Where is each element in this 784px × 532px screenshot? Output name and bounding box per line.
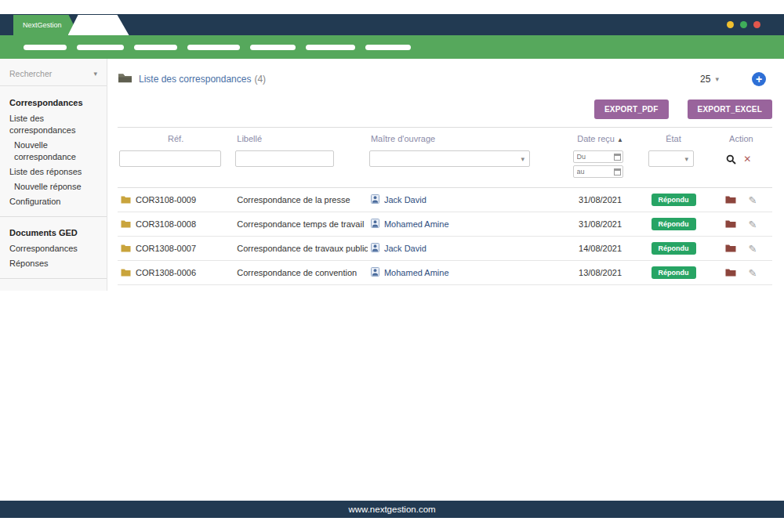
page: NextGestion Rechercher ▾ Correspondances… bbox=[0, 0, 784, 532]
table-row: COR3108-0008 Correspondance temps de tra… bbox=[118, 212, 772, 237]
window-controls bbox=[727, 21, 760, 28]
browser-tabs: NextGestion bbox=[0, 14, 129, 35]
status-badge: Répondu bbox=[652, 266, 696, 279]
minimize-light-icon[interactable] bbox=[727, 21, 734, 28]
date-value: 31/08/2021 bbox=[564, 212, 637, 237]
export-excel-button[interactable]: EXPORT_EXCEL bbox=[688, 100, 772, 119]
chevron-down-icon: ▾ bbox=[521, 155, 524, 163]
nav-menu-item[interactable] bbox=[306, 45, 355, 50]
search-icon[interactable] bbox=[726, 154, 736, 165]
sidebar-search-label: Rechercher bbox=[9, 69, 52, 78]
chevron-down-icon: ▾ bbox=[93, 70, 97, 78]
libelle-value: Correspondance de convention bbox=[234, 261, 368, 285]
sidebar-item-liste-correspondances[interactable]: Liste des correspondances bbox=[0, 111, 107, 138]
column-header-date-label: Date reçu bbox=[577, 134, 615, 143]
column-header-libelle[interactable]: Libellé bbox=[234, 128, 368, 150]
folder-icon bbox=[121, 219, 131, 230]
sidebar-search-select[interactable]: Rechercher ▾ bbox=[0, 67, 107, 86]
user-icon bbox=[371, 219, 379, 230]
column-header-action: Action bbox=[710, 128, 772, 150]
chevron-down-icon: ▾ bbox=[684, 155, 688, 163]
maitre-value[interactable]: Jack David bbox=[384, 244, 426, 253]
edit-pencil-icon[interactable]: ✎ bbox=[748, 194, 757, 206]
inactive-tab[interactable] bbox=[68, 15, 129, 35]
footer: www.nextgestion.com bbox=[0, 501, 784, 518]
sidebar-item-nouvelle-correspondance[interactable]: Nouvelle correspondance bbox=[0, 138, 107, 165]
date-range-filter bbox=[573, 150, 623, 178]
maximize-light-icon[interactable] bbox=[740, 21, 747, 28]
nav-menu-item[interactable] bbox=[134, 45, 177, 50]
sidebar-divider bbox=[0, 278, 107, 279]
folder-icon bbox=[121, 244, 131, 254]
edit-pencil-icon[interactable]: ✎ bbox=[748, 267, 757, 279]
ref-value: COR1308-0007 bbox=[136, 244, 196, 253]
sidebar-item-configuration[interactable]: Configuration bbox=[0, 194, 107, 209]
page-size-value: 25 bbox=[700, 74, 710, 85]
sidebar-item-liste-reponses[interactable]: Liste des réponses bbox=[0, 165, 107, 179]
calendar-icon[interactable] bbox=[614, 154, 621, 161]
libelle-value: Correspondance temps de travail bbox=[234, 212, 368, 237]
close-light-icon[interactable] bbox=[753, 21, 760, 28]
nav-menu-item[interactable] bbox=[250, 45, 296, 50]
table-row: COR3108-0009 Correspondance de la presse… bbox=[118, 188, 772, 212]
open-folder-icon[interactable] bbox=[725, 244, 736, 254]
main-panel: Liste des correspondances (4) 25 ▾ + EXP… bbox=[107, 59, 784, 285]
filter-actions: ✕ bbox=[712, 150, 766, 165]
open-folder-icon[interactable] bbox=[725, 195, 736, 205]
ref-value: COR3108-0008 bbox=[136, 219, 196, 229]
sidebar-item-ged-correspondances[interactable]: Correspondances bbox=[0, 241, 107, 256]
ref-value: COR1308-0006 bbox=[136, 268, 196, 277]
filter-libelle-input[interactable] bbox=[235, 150, 334, 167]
export-pdf-button[interactable]: EXPORT_PDF bbox=[594, 100, 669, 119]
open-folder-icon[interactable] bbox=[725, 219, 736, 230]
libelle-value: Correspondance de travaux public bbox=[234, 237, 368, 261]
column-header-date[interactable]: Date reçu▲ bbox=[564, 128, 637, 150]
filter-etat-select[interactable]: ▾ bbox=[648, 150, 694, 167]
column-header-maitre[interactable]: Maître d'ouvrage bbox=[368, 128, 564, 150]
clear-filters-icon[interactable]: ✕ bbox=[743, 154, 751, 165]
date-value: 31/08/2021 bbox=[564, 188, 637, 212]
nav-menu-item[interactable] bbox=[24, 45, 67, 50]
edit-pencil-icon[interactable]: ✎ bbox=[748, 219, 757, 230]
open-folder-icon[interactable] bbox=[725, 268, 736, 278]
status-badge: Répondu bbox=[652, 218, 696, 230]
filter-row: ▾ bbox=[118, 149, 772, 188]
nav-menu-item[interactable] bbox=[187, 45, 240, 50]
libelle-value: Correspondance de la presse bbox=[234, 188, 368, 212]
status-badge: Répondu bbox=[652, 194, 696, 206]
maitre-value[interactable]: Mohamed Amine bbox=[384, 268, 449, 277]
add-correspondence-button[interactable]: + bbox=[752, 72, 766, 86]
app-name: NextGestion bbox=[23, 21, 62, 29]
export-toolbar: EXPORT_PDF EXPORT_EXCEL bbox=[118, 100, 772, 119]
filter-maitre-select[interactable]: ▾ bbox=[369, 150, 530, 167]
maitre-value[interactable]: Mohamed Amine bbox=[384, 219, 449, 229]
folder-icon bbox=[121, 195, 131, 205]
nav-menu-item[interactable] bbox=[77, 45, 124, 50]
page-size-select[interactable]: 25 ▾ bbox=[700, 74, 719, 85]
date-value: 13/08/2021 bbox=[564, 261, 637, 285]
user-icon bbox=[371, 194, 379, 205]
user-icon bbox=[371, 267, 379, 278]
column-header-ref[interactable]: Réf. bbox=[118, 128, 234, 150]
nav-menu-item[interactable] bbox=[365, 45, 411, 50]
table-header-row: Réf. Libellé Maître d'ouvrage Date reçu▲… bbox=[118, 128, 772, 150]
table-row: COR1308-0007 Correspondance de travaux p… bbox=[118, 237, 772, 261]
date-to-field[interactable] bbox=[573, 165, 623, 178]
maitre-value[interactable]: Jack David bbox=[384, 195, 426, 204]
sidebar-section-documents-ged: Documents GED bbox=[0, 224, 107, 241]
chevron-down-icon: ▾ bbox=[715, 75, 719, 83]
footer-url: www.nextgestion.com bbox=[348, 505, 435, 514]
sidebar-item-ged-reponses[interactable]: Réponses bbox=[0, 256, 107, 271]
column-header-etat[interactable]: État bbox=[637, 128, 710, 150]
sidebar-item-nouvelle-reponse[interactable]: Nouvelle réponse bbox=[0, 179, 107, 194]
records-count: (4) bbox=[254, 74, 266, 85]
titlebar: NextGestion bbox=[0, 14, 784, 35]
main-header: Liste des correspondances (4) 25 ▾ + bbox=[118, 69, 772, 89]
sidebar-divider bbox=[0, 216, 107, 217]
edit-pencil-icon[interactable]: ✎ bbox=[748, 243, 757, 255]
date-from-field[interactable] bbox=[573, 150, 623, 163]
app-tab[interactable]: NextGestion bbox=[13, 15, 79, 35]
filter-ref-input[interactable] bbox=[119, 150, 221, 167]
calendar-icon[interactable] bbox=[614, 168, 621, 176]
ref-value: COR3108-0009 bbox=[136, 195, 196, 204]
